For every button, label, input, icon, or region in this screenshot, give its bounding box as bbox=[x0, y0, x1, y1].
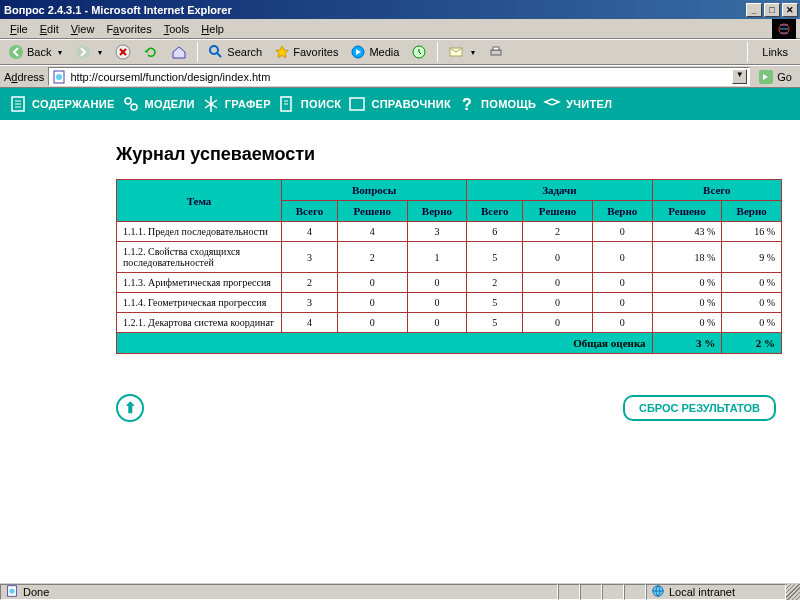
cell: 18 % bbox=[652, 242, 722, 273]
history-button[interactable] bbox=[407, 42, 431, 62]
table-row: 1.1.4. Геометрическая прогрессия3005000 … bbox=[117, 293, 782, 313]
links-label[interactable]: Links bbox=[754, 46, 796, 58]
cell: 0 bbox=[407, 273, 467, 293]
address-bar: Address ▼ Go bbox=[0, 65, 800, 88]
status-pane-2 bbox=[558, 584, 580, 600]
table-row: 1.1.3. Арифметическая прогрессия2002000 … bbox=[117, 273, 782, 293]
back-button[interactable]: Back ▼ bbox=[4, 42, 67, 62]
status-pane-4 bbox=[602, 584, 624, 600]
maximize-button[interactable]: □ bbox=[764, 3, 780, 17]
cell: 2 bbox=[467, 273, 523, 293]
search-button[interactable]: Search bbox=[204, 42, 266, 62]
menu-edit[interactable]: Edit bbox=[34, 21, 65, 37]
favorites-icon bbox=[274, 44, 290, 60]
forward-button[interactable]: ▼ bbox=[71, 42, 107, 62]
history-icon bbox=[411, 44, 427, 60]
address-field[interactable]: ▼ bbox=[48, 67, 750, 86]
cell: 2 bbox=[523, 222, 593, 242]
cell: 0 % bbox=[652, 293, 722, 313]
th-total: Всего bbox=[652, 180, 781, 201]
bottom-bar: ⬆ СБРОС РЕЗУЛЬТАТОВ bbox=[116, 394, 782, 422]
cell: 3 bbox=[282, 242, 338, 273]
minimize-button[interactable]: _ bbox=[746, 3, 762, 17]
th-sub: Решено bbox=[652, 201, 722, 222]
stop-icon bbox=[115, 44, 131, 60]
menu-view[interactable]: View bbox=[65, 21, 101, 37]
mail-icon bbox=[448, 44, 464, 60]
nav-teacher[interactable]: УЧИТЕЛ bbox=[542, 94, 612, 114]
th-tema: Тема bbox=[117, 180, 282, 222]
status-pane-3 bbox=[580, 584, 602, 600]
resize-grip[interactable] bbox=[786, 584, 800, 600]
cell: 16 % bbox=[722, 222, 782, 242]
cell: 9 % bbox=[722, 242, 782, 273]
page-body: Журнал успеваемости Тема Вопросы Задачи … bbox=[0, 120, 800, 422]
refresh-button[interactable] bbox=[139, 42, 163, 62]
table-row: 1.1.2. Свойства сходящихся последователь… bbox=[117, 242, 782, 273]
search-label: Search bbox=[227, 46, 262, 58]
svg-point-15 bbox=[125, 98, 131, 104]
svg-rect-18 bbox=[350, 98, 364, 110]
th-sub: Решено bbox=[337, 201, 407, 222]
separator bbox=[197, 42, 198, 62]
home-button[interactable] bbox=[167, 42, 191, 62]
svg-point-16 bbox=[131, 104, 137, 110]
separator bbox=[437, 42, 438, 62]
cell: 2 bbox=[337, 242, 407, 273]
nav-contents[interactable]: СОДЕРЖАНИЕ bbox=[8, 94, 115, 114]
total-label: Общая оценка bbox=[117, 333, 653, 354]
back-arrow-icon bbox=[8, 44, 24, 60]
grapher-icon bbox=[201, 94, 221, 114]
media-button[interactable]: Media bbox=[346, 42, 403, 62]
address-input[interactable] bbox=[70, 71, 732, 83]
menu-favorites[interactable]: Favorites bbox=[100, 21, 157, 37]
nav-search[interactable]: ПОИСК bbox=[277, 94, 342, 114]
menu-file[interactable]: File bbox=[4, 21, 34, 37]
nav-help[interactable]: ?ПОМОЩЬ bbox=[457, 94, 536, 114]
cell: 3 bbox=[407, 222, 467, 242]
cell: 0 bbox=[407, 313, 467, 333]
favorites-button[interactable]: Favorites bbox=[270, 42, 342, 62]
th-sub: Верно bbox=[592, 201, 652, 222]
print-button[interactable] bbox=[484, 42, 508, 62]
go-button[interactable]: Go bbox=[754, 69, 796, 85]
address-label: Address bbox=[4, 71, 44, 83]
cell: 0 bbox=[523, 293, 593, 313]
table-row: 1.2.1. Декартова система координат400500… bbox=[117, 313, 782, 333]
nav-reference[interactable]: СПРАВОЧНИК bbox=[347, 94, 451, 114]
cell: 0 bbox=[523, 313, 593, 333]
menu-bar: File Edit View Favorites Tools Help bbox=[0, 19, 800, 39]
media-icon bbox=[350, 44, 366, 60]
search-icon bbox=[208, 44, 224, 60]
stop-button[interactable] bbox=[111, 42, 135, 62]
menu-tools[interactable]: Tools bbox=[158, 21, 196, 37]
svg-point-2 bbox=[9, 45, 23, 59]
course-nav: СОДЕРЖАНИЕ МОДЕЛИ ГРАФЕР ПОИСК СПРАВОЧНИ… bbox=[0, 88, 800, 120]
table-row: 1.1.1. Предел последовательности44362043… bbox=[117, 222, 782, 242]
total-solved: 3 % bbox=[652, 333, 722, 354]
up-button[interactable]: ⬆ bbox=[116, 394, 144, 422]
reset-button[interactable]: СБРОС РЕЗУЛЬТАТОВ bbox=[623, 395, 776, 421]
page-icon bbox=[5, 584, 19, 600]
cell: 5 bbox=[467, 313, 523, 333]
nav-models[interactable]: МОДЕЛИ bbox=[121, 94, 195, 114]
reference-icon bbox=[347, 94, 367, 114]
ie-logo-icon bbox=[772, 19, 796, 39]
th-sub: Верно bbox=[722, 201, 782, 222]
cell: 0 % bbox=[722, 313, 782, 333]
forward-arrow-icon bbox=[75, 44, 91, 60]
up-arrow-icon: ⬆ bbox=[124, 399, 137, 417]
cell: 0 % bbox=[722, 293, 782, 313]
refresh-icon bbox=[143, 44, 159, 60]
status-pane-main: Done bbox=[0, 584, 558, 600]
mail-button[interactable]: ▼ bbox=[444, 42, 480, 62]
window-titlebar: Вопрос 2.4.3.1 - Microsoft Internet Expl… bbox=[0, 0, 800, 19]
th-sub: Всего bbox=[467, 201, 523, 222]
nav-grapher[interactable]: ГРАФЕР bbox=[201, 94, 271, 114]
close-button[interactable]: ✕ bbox=[782, 3, 798, 17]
cell: 4 bbox=[282, 313, 338, 333]
cell: 0 % bbox=[652, 273, 722, 293]
address-dropdown-button[interactable]: ▼ bbox=[732, 69, 747, 84]
th-sub: Верно bbox=[407, 201, 467, 222]
menu-help[interactable]: Help bbox=[195, 21, 230, 37]
